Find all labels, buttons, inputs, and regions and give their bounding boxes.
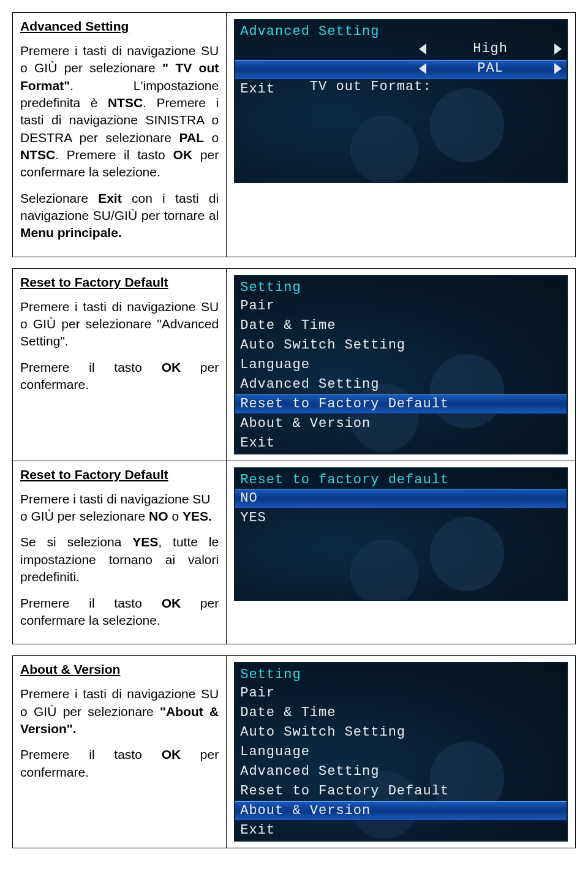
screenshot-cell: Setting PairDate & TimeAuto Switch Setti… — [227, 656, 576, 848]
paragraph: Premere il tasto OK per confermare. — [20, 359, 219, 394]
menu-row[interactable]: Pair — [235, 296, 567, 316]
screenshot-cell: Setting PairDate & TimeAuto Switch Setti… — [227, 268, 576, 461]
paragraph: Selezionare Exit con i tasti di navigazi… — [20, 190, 219, 242]
section-about-version: About & Version Premere i tasti di navig… — [12, 655, 576, 848]
paragraph: Premere i tasti di navigazione SU o GIÙ … — [20, 685, 219, 737]
menu-row[interactable]: Pair — [235, 684, 567, 703]
arrow-left-icon[interactable] — [419, 43, 426, 55]
arrow-right-icon[interactable] — [554, 43, 562, 55]
paragraph: Se si seleziona YES, tutte le impostazio… — [20, 533, 219, 586]
text-cell: Advanced Setting Premere i tasti di navi… — [13, 13, 227, 257]
section-reset-factory: Reset to Factory Default Premere i tasti… — [12, 268, 576, 644]
menu-row[interactable]: About & Version — [235, 801, 567, 821]
menu-row[interactable]: Reset to Factory Default — [235, 394, 567, 414]
menu-row[interactable]: Date & Time — [235, 316, 567, 336]
heading: Advanced Setting — [20, 19, 219, 34]
screen-title: Setting — [235, 279, 567, 296]
menu-row[interactable]: NO — [235, 489, 567, 508]
paragraph: Premere i tasti di navigazione SU o GIÙ … — [20, 298, 219, 350]
screenshot-cell: Reset to factory default NOYES — [227, 461, 576, 644]
menu-row-tv-out-format[interactable]: TV out Format: PAL — [235, 60, 567, 80]
menu-row[interactable]: Advanced Setting — [235, 762, 567, 782]
menu-row-exit[interactable]: Exit — [235, 80, 567, 99]
device-screen-advanced: Advanced Setting Quality : High TV out F… — [234, 19, 568, 183]
menu-row[interactable]: About & Version — [235, 414, 567, 434]
menu-row[interactable]: Auto Switch Setting — [235, 723, 567, 742]
section-advanced-setting: Advanced Setting Premere i tasti di navi… — [12, 12, 576, 257]
screen-title: Reset to factory default — [235, 471, 567, 489]
device-screen-setting-menu: Setting PairDate & TimeAuto Switch Setti… — [234, 275, 568, 454]
heading: About & Version — [20, 662, 219, 677]
value: PAL — [429, 60, 552, 77]
menu-row[interactable]: Language — [235, 355, 567, 375]
arrow-left-icon[interactable] — [419, 63, 426, 74]
menu-row[interactable]: YES — [235, 508, 567, 528]
menu-row-quality[interactable]: Quality : High — [235, 40, 567, 60]
text-cell: About & Version Premere i tasti di navig… — [13, 656, 227, 848]
device-screen-reset-confirm: Reset to factory default NOYES — [234, 467, 568, 601]
menu-row[interactable]: Language — [235, 742, 567, 762]
screen-title: Advanced Setting — [235, 23, 567, 40]
menu-row[interactable]: Date & Time — [235, 703, 567, 723]
arrow-right-icon[interactable] — [554, 63, 562, 74]
menu-row[interactable]: Advanced Setting — [235, 375, 567, 394]
paragraph: Premere il tasto OK per confermare. — [20, 746, 219, 781]
value: High — [429, 40, 552, 58]
menu-row[interactable]: Reset to Factory Default — [235, 782, 567, 801]
heading: Reset to Factory Default — [20, 275, 219, 290]
paragraph: Premere il tasto OK per confermare la se… — [20, 595, 219, 630]
menu-row[interactable]: Auto Switch Setting — [235, 336, 567, 355]
paragraph: Premere i tasti di navigazione SU o GIÙ … — [20, 42, 219, 181]
paragraph: Premere i tasti di navigazione SU o GIÙ … — [20, 491, 219, 526]
text-cell: Reset to Factory Default Premere i tasti… — [13, 268, 227, 461]
heading: Reset to Factory Default — [20, 467, 219, 482]
device-screen-setting-menu: Setting PairDate & TimeAuto Switch Setti… — [234, 662, 568, 842]
menu-row[interactable]: Exit — [235, 821, 567, 840]
text-cell: Reset to Factory Default Premere i tasti… — [13, 461, 227, 644]
screenshot-cell: Advanced Setting Quality : High TV out F… — [227, 13, 576, 257]
menu-row[interactable]: Exit — [235, 434, 567, 453]
screen-title: Setting — [235, 666, 567, 684]
